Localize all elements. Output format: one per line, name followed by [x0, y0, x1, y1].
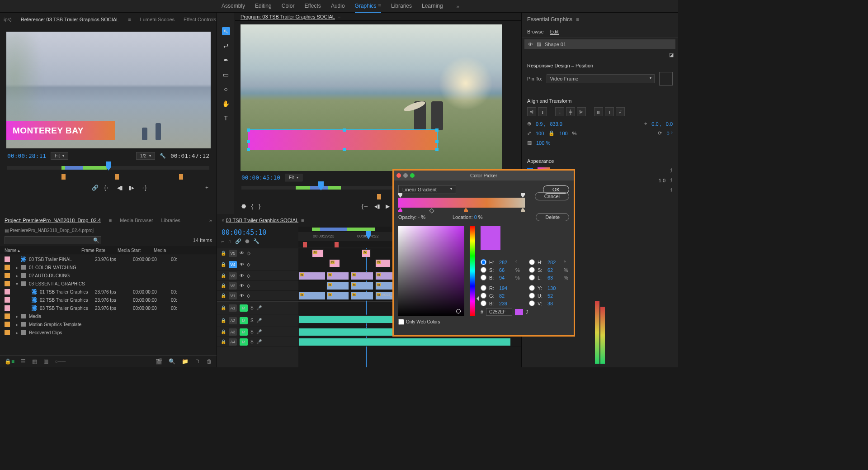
delete-icon[interactable]: 🗑 — [207, 358, 212, 365]
reference-tab[interactable]: Reference: 03 TSB Trailer Graphics SOCIA… — [21, 17, 119, 22]
distribute-h-icon[interactable]: ⫼ — [594, 107, 603, 116]
project-row[interactable]: 03 TSB Trailer Graphics 23.976 fps 00:00… — [0, 304, 217, 312]
reference-tab[interactable]: Lumetri Scopes — [140, 17, 175, 22]
y-radio[interactable] — [529, 285, 535, 291]
workspace-tab-color[interactable]: Color — [282, 0, 295, 13]
col-framerate[interactable]: Frame Rate — [81, 248, 118, 253]
anchor-x[interactable]: 0.0 , — [651, 121, 661, 127]
hue-slider[interactable] — [470, 226, 475, 316]
magnet-icon[interactable]: ∩ — [228, 238, 231, 244]
cancel-button[interactable]: Cancel — [535, 192, 569, 200]
selected-shape[interactable] — [248, 129, 438, 150]
marker-icon[interactable]: ⬣ — [241, 203, 246, 209]
type-tool-icon[interactable]: T — [222, 114, 230, 122]
eg-layer-row[interactable]: 👁 ▨ Shape 01 — [524, 39, 675, 49]
color-field[interactable] — [398, 226, 464, 316]
project-row[interactable]: ▸ 01 COLOR MATCHING — [0, 263, 217, 271]
ellipse-tool-icon[interactable]: ○ — [222, 85, 230, 93]
workspace-tab-libraries[interactable]: Libraries — [391, 0, 412, 13]
close-icon[interactable] — [396, 173, 401, 178]
new-layer-icon[interactable]: ◪ — [669, 52, 674, 57]
align-center-h-icon[interactable]: ⫿ — [538, 107, 547, 116]
pos-y[interactable]: 833.0 — [550, 121, 562, 127]
go-to-out-icon[interactable]: →} — [140, 185, 147, 191]
reference-zoom-dropdown[interactable]: Fit▾ — [51, 152, 68, 160]
workspace-overflow-icon[interactable]: » — [457, 4, 459, 9]
pin-dropdown[interactable]: Video Frame▾ — [547, 74, 655, 83]
col-mediastart[interactable]: Media Start — [118, 248, 154, 253]
align-middle-icon[interactable]: ╪ — [566, 107, 575, 116]
pin-widget[interactable] — [659, 72, 673, 85]
selection-tool-icon[interactable]: ↖ — [222, 27, 230, 35]
pos-x[interactable]: 0.9 , — [536, 121, 545, 127]
reference-tab[interactable]: Effect Controls — [184, 17, 216, 22]
maximize-icon[interactable] — [410, 173, 415, 178]
bb-radio[interactable] — [481, 300, 486, 306]
freeform-view-icon[interactable]: ▥ — [43, 358, 48, 365]
delete-button[interactable]: Delete — [536, 213, 569, 221]
opacity-val[interactable]: 100 % — [536, 140, 550, 146]
step-back-icon[interactable]: ◂▮ — [374, 203, 380, 209]
new-bin-icon[interactable]: 📁 — [182, 358, 189, 365]
go-to-in-icon[interactable]: {← — [362, 203, 369, 209]
libraries-tab[interactable]: Libraries — [161, 218, 180, 223]
vertex-tool-icon[interactable]: ⇄ — [222, 42, 230, 50]
go-to-in-icon[interactable]: {← — [104, 185, 111, 191]
h2-radio[interactable] — [529, 259, 535, 265]
g-radio[interactable] — [481, 293, 486, 299]
l-radio[interactable] — [529, 275, 535, 280]
stroke-width[interactable]: 1.0 — [659, 178, 665, 183]
hex-input[interactable] — [486, 308, 512, 316]
new-item-icon[interactable]: 🗋 — [195, 358, 200, 365]
scale-lock-icon[interactable]: 🔒 — [548, 130, 555, 136]
distribute-center-icon[interactable]: ⫾ — [605, 107, 614, 116]
project-row[interactable]: ▾ 03 ESSENTIAL GRAPHICS — [0, 280, 217, 288]
program-monitor[interactable] — [241, 24, 502, 171]
s-radio[interactable] — [481, 267, 486, 273]
r-radio[interactable] — [481, 285, 486, 291]
scale-w[interactable]: 100 — [536, 131, 544, 136]
eg-tab-edit[interactable]: Edit — [550, 29, 559, 35]
snap-icon[interactable]: ⌐ — [222, 238, 224, 244]
eyedropper-icon[interactable]: ⤴ — [526, 309, 528, 315]
project-row[interactable]: 00 TSB Trailer FINAL 23.976 fps 00:00:00… — [0, 255, 217, 263]
hand-tool-icon[interactable]: ✋ — [222, 100, 230, 108]
play-icon[interactable]: ▮▸ — [128, 185, 134, 191]
align-left-icon[interactable]: ⫷ — [527, 107, 536, 116]
reference-tab[interactable]: ips) — [4, 17, 12, 22]
workspace-tab-assembly[interactable]: Assembly — [222, 0, 245, 13]
u-radio[interactable] — [529, 293, 535, 299]
program-zoom-dropdown[interactable]: Fit▾ — [285, 174, 302, 181]
marker-add-icon[interactable]: ⬣ — [245, 238, 250, 244]
settings-icon[interactable]: 🔧 — [253, 238, 259, 244]
reference-monitor[interactable]: MONTEREY BAY — [6, 32, 211, 148]
eg-tab-browse[interactable]: Browse — [527, 29, 544, 35]
gradient-bar[interactable] — [398, 198, 525, 208]
media-browser-tab[interactable]: Media Browser — [120, 218, 153, 223]
project-row[interactable]: ▸ Media — [0, 312, 217, 320]
auto-bin-icon[interactable]: 🎬 — [156, 358, 162, 365]
reference-timeline[interactable] — [7, 165, 209, 180]
link-icon[interactable]: 🔗 — [235, 238, 241, 244]
gradient-type-dropdown[interactable]: Linear Gradient▾ — [398, 185, 456, 194]
reference-resolution-dropdown[interactable]: 1/2▾ — [136, 152, 155, 160]
v-radio[interactable] — [529, 300, 535, 306]
project-row[interactable]: ▸ Motion Graphics Template — [0, 320, 217, 328]
workspace-tab-graphics[interactable]: Graphics ≡ — [355, 0, 381, 13]
program-tab[interactable]: Program: 03 TSB Trailer Graphics SOCIAL — [241, 14, 335, 19]
col-name[interactable]: Name ▴ — [5, 248, 81, 253]
align-bottom-icon[interactable]: ⫸ — [577, 107, 586, 116]
zoom-slider[interactable]: ○── — [55, 358, 66, 365]
s2-radio[interactable] — [529, 267, 535, 273]
eye-icon[interactable]: 👁 — [528, 42, 533, 47]
align-top-icon[interactable]: ⫶ — [555, 107, 564, 116]
h-radio[interactable] — [481, 259, 486, 265]
project-tab[interactable]: Project: PremierePro_NAB2018_Drop_02.4 — [5, 218, 101, 223]
col-media[interactable]: Media — [154, 248, 166, 253]
eyedropper-icon[interactable]: ⤴ — [670, 168, 673, 173]
workspace-tab-effects[interactable]: Effects — [304, 0, 321, 13]
project-row[interactable]: ▸ 02 AUTO-DUCKING — [0, 271, 217, 280]
rectangle-tool-icon[interactable]: ▭ — [222, 71, 230, 79]
mark-out-icon[interactable]: } — [259, 203, 260, 209]
only-web-checkbox[interactable] — [398, 319, 404, 325]
